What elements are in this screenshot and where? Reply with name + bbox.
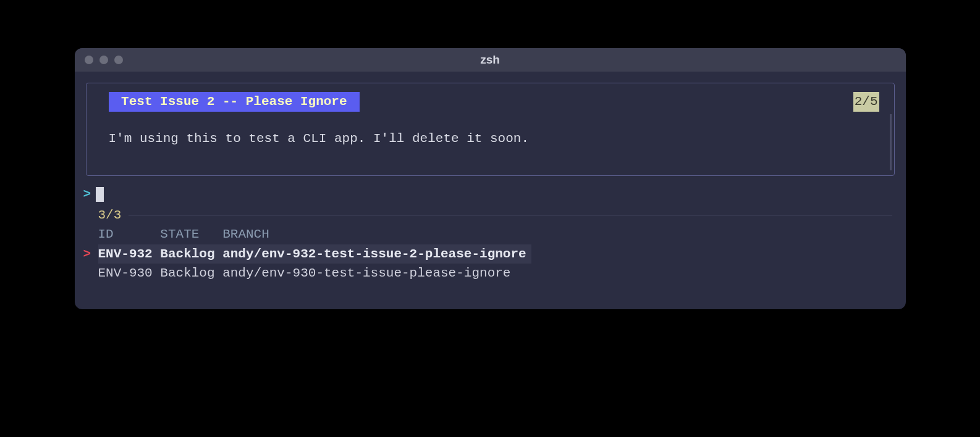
- row-pointer-empty: [81, 264, 98, 283]
- minimize-icon[interactable]: [99, 56, 108, 64]
- result-counter-line: 3/3: [81, 206, 900, 225]
- search-prompt[interactable]: >: [81, 185, 900, 204]
- row-branch: andy/env-930-test-issue-please-ignore: [222, 266, 510, 280]
- result-counter: 3/3: [98, 206, 122, 225]
- row-content: ENV-932 Backlog andy/env-932-test-issue-…: [98, 244, 531, 264]
- preview-pane: Test Issue 2 -- Please Ignore 2/5 I'm us…: [86, 83, 895, 176]
- titlebar[interactable]: zsh: [75, 48, 906, 72]
- preview-index: 2/5: [853, 92, 879, 112]
- row-content: ENV-930 Backlog andy/env-930-test-issue-…: [98, 264, 516, 283]
- table-row[interactable]: > ENV-932 Backlog andy/env-932-test-issu…: [81, 244, 900, 264]
- table-row[interactable]: ENV-930 Backlog andy/env-930-test-issue-…: [81, 264, 900, 283]
- maximize-icon[interactable]: [114, 56, 123, 64]
- window-title: zsh: [75, 53, 906, 67]
- terminal-body[interactable]: Test Issue 2 -- Please Ignore 2/5 I'm us…: [75, 72, 906, 309]
- preview-scrollbar[interactable]: [890, 114, 892, 170]
- preview-title: Test Issue 2 -- Please Ignore: [109, 92, 360, 112]
- preview-description: I'm using this to test a CLI app. I'll d…: [109, 129, 879, 149]
- prompt-symbol: >: [83, 185, 91, 204]
- divider: [129, 215, 892, 215]
- table-header: ID STATE BRANCH: [81, 225, 900, 244]
- row-branch: andy/env-932-test-issue-2-please-ignore: [222, 247, 526, 261]
- close-icon[interactable]: [85, 56, 93, 64]
- row-id: ENV-932: [98, 247, 153, 261]
- row-pointer-icon: >: [81, 244, 98, 264]
- row-state: Backlog: [160, 247, 214, 261]
- col-branch: BRANCH: [222, 227, 269, 241]
- col-state: STATE: [160, 227, 199, 241]
- traffic-lights: [85, 56, 123, 64]
- row-id: ENV-930: [98, 266, 153, 280]
- cursor-icon: [96, 187, 104, 202]
- terminal-window: zsh Test Issue 2 -- Please Ignore 2/5 I'…: [75, 48, 906, 309]
- col-id: ID: [98, 227, 114, 241]
- row-state: Backlog: [160, 266, 214, 280]
